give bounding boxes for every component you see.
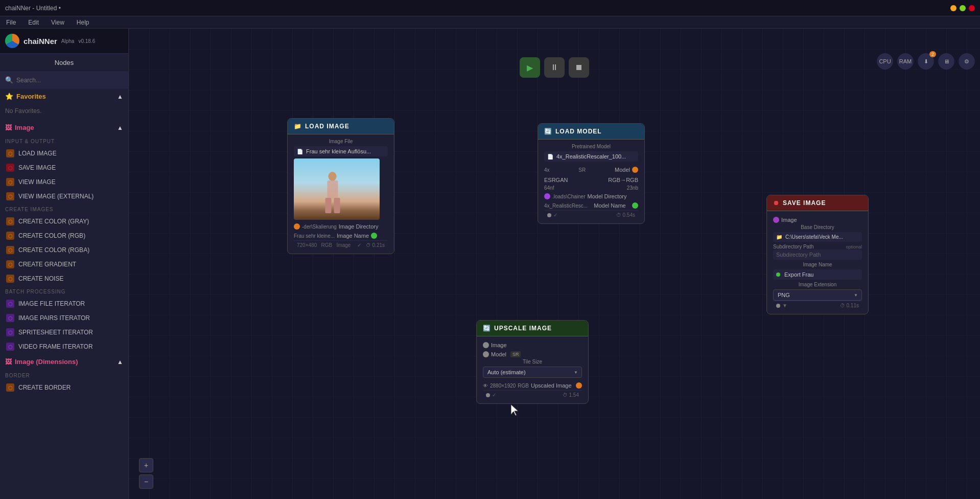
upscale-check: ✓ <box>492 392 496 398</box>
minimize-button[interactable] <box>950 5 956 11</box>
sidebar-item-view-image-external[interactable]: ⬡ VIEW IMAGE (EXTERNAL) <box>0 189 128 203</box>
bottom-controls: + − <box>139 458 153 489</box>
play-button[interactable]: ▶ <box>520 57 540 78</box>
model-dir-input-port[interactable] <box>544 193 550 199</box>
save-image-body: Image Base Directory 📁 C:\Users\stefa\Ve… <box>767 211 868 314</box>
save-image-node[interactable]: ⏺ SAVE IMAGE Image Base Directory 📁 C:\U… <box>766 195 869 314</box>
sidebar-item-save-image[interactable]: ⬡ SAVE IMAGE <box>0 161 128 175</box>
ram-icon: RAM <box>897 53 914 70</box>
upscale-model-input-row: Model SR <box>483 350 582 359</box>
window-title: chaiNNer - Untitled • <box>5 5 61 12</box>
image-dims-section-header[interactable]: 🖼 Image (Dimensions) ▲ <box>0 354 128 370</box>
model-check: ✓ <box>553 212 557 218</box>
window-controls[interactable] <box>950 5 975 11</box>
create-gradient-icon: ⬡ <box>6 260 14 268</box>
menu-file[interactable]: File <box>4 18 18 27</box>
upscale-model-input-port[interactable] <box>483 351 489 357</box>
model-output-port-row: Model <box>615 165 638 174</box>
sidebar-item-video-frame-iterator[interactable]: ⬡ VIDEO FRAME ITERATOR <box>0 339 128 354</box>
menu-view[interactable]: View <box>49 18 66 27</box>
image-name-row: Frau sehr kleine... Image Name <box>294 231 388 240</box>
close-button[interactable] <box>969 5 975 11</box>
title-bar: chaiNNer - Untitled • <box>0 0 980 16</box>
sidebar-item-create-color-rgb[interactable]: ⬡ CREATE COLOR (RGB) <box>0 229 128 243</box>
sidebar-item-load-image[interactable]: ⬡ LOAD IMAGE <box>0 146 128 161</box>
sidebar-item-view-image[interactable]: ⬡ VIEW IMAGE <box>0 175 128 189</box>
sidebar-item-create-gradient[interactable]: ⬡ CREATE GRADIENT <box>0 257 128 271</box>
cpu-monitor[interactable]: CPU <box>877 53 893 71</box>
image-extension-label: Image Extension <box>773 282 862 287</box>
upscale-image-input-port[interactable] <box>483 342 489 348</box>
upscale-image-node[interactable]: 🔄 UPSCALE IMAGE Image Model SR <box>476 320 589 404</box>
tile-size-select[interactable]: Auto (estimate) No Tiling 256 512 <box>483 367 582 378</box>
menu-edit[interactable]: Edit <box>26 18 41 27</box>
canvas-area[interactable]: ▶ ⏸ ⏹ CPU RAM ⬇ 2 🖥 <box>129 29 980 499</box>
image-dir-label: -der\Skalierung <box>302 224 337 230</box>
base-directory-field[interactable]: 📁 C:\Users\stefa\Veck Me... <box>773 232 862 242</box>
sidebar: chaiNNer Alpha v0.18.6 Nodes 🔍 ⭐ Favorit… <box>0 29 129 499</box>
model-file-field[interactable]: 📄 4x_RealisticRescaler_100... <box>544 151 638 162</box>
sidebar-item-create-color-gray[interactable]: ⬡ CREATE COLOR (GRAY) <box>0 214 128 229</box>
image-extension-select[interactable]: PNG JPG WEBP <box>773 289 862 301</box>
model-dir-prefix: .loads\Chainer <box>552 194 585 199</box>
type-sr-label: SR <box>578 167 586 173</box>
image-file-field[interactable]: 📄 Frau sehr kleine Auflösu... <box>294 146 388 156</box>
image-name-value: Frau sehr kleine... <box>294 233 335 239</box>
image-name-field[interactable]: Export Frau <box>773 269 862 280</box>
model-size: ⏱ 0.54s <box>616 212 635 218</box>
ram-monitor[interactable]: RAM <box>897 53 914 71</box>
zoom-out-button[interactable]: − <box>139 474 153 489</box>
image-dir-output-port[interactable] <box>294 223 300 230</box>
model-name-label: Model Name <box>594 202 625 209</box>
batch-processing-label: BATCH PROCESSING <box>0 286 128 297</box>
sidebar-item-create-border[interactable]: ⬡ CREATE BORDER <box>0 380 128 395</box>
save-dropdown-icon: ▼ <box>782 303 787 308</box>
svg-point-0 <box>328 172 336 181</box>
sidebar-item-create-noise[interactable]: ⬡ CREATE NOISE <box>0 271 128 286</box>
image-name-text: Image Name <box>337 233 369 239</box>
monitor-button[interactable]: 🖥 <box>938 53 954 71</box>
spritesheet-iterator-icon: ⬡ <box>6 328 14 336</box>
load-model-node[interactable]: 🔄 LOAD MODEL Pretrained Model 📄 4x_Reali… <box>538 123 645 224</box>
upscaled-resolution: 2880×1920 <box>490 383 516 389</box>
upscaled-image-output-port[interactable] <box>576 382 582 389</box>
maximize-button[interactable] <box>960 5 966 11</box>
save-image-header-icon: ⏺ <box>773 199 780 207</box>
search-box: 🔍 <box>0 72 128 88</box>
save-image-input-row: Image <box>773 215 862 224</box>
pause-button[interactable]: ⏸ <box>544 57 565 78</box>
sidebar-item-spritesheet-iterator[interactable]: ⬡ SPRITESHEET ITERATOR <box>0 325 128 339</box>
save-image-input-port[interactable] <box>773 217 779 223</box>
model-output-port[interactable] <box>632 167 638 173</box>
stop-button[interactable]: ⏹ <box>569 57 589 78</box>
load-image-stats: 720×480 RGB Image ✓ ⏱ 0.21s <box>294 240 388 250</box>
image-dims-section-title: 🖼 Image (Dimensions) <box>5 358 78 366</box>
view-image-external-icon: ⬡ <box>6 192 14 200</box>
nb-label: 23nb <box>627 185 638 191</box>
model-name-output-port[interactable] <box>632 202 638 209</box>
sidebar-item-image-file-iterator[interactable]: ⬡ IMAGE FILE ITERATOR <box>0 297 128 311</box>
zoom-in-button[interactable]: + <box>139 458 153 472</box>
load-image-node[interactable]: 📁 LOAD IMAGE Image File 📄 Frau sehr klei… <box>287 118 394 254</box>
menu-help[interactable]: Help <box>75 18 91 27</box>
image-section-collapse-icon: ▲ <box>117 124 123 131</box>
image-pairs-iterator-icon: ⬡ <box>6 314 14 322</box>
create-color-rgba-icon: ⬡ <box>6 246 14 254</box>
image-name-output-port[interactable] <box>371 233 377 239</box>
download-button[interactable]: ⬇ 2 <box>918 53 934 71</box>
image-dims-collapse-icon: ▲ <box>117 358 123 366</box>
sidebar-item-create-color-rgba[interactable]: ⬡ CREATE COLOR (RGBA) <box>0 243 128 257</box>
image-name-input-port[interactable] <box>776 273 780 277</box>
subdirectory-field[interactable]: Subdirectory Path <box>773 250 862 260</box>
image-dims-icon: 🖼 <box>5 358 12 366</box>
favorites-section-header[interactable]: ⭐ Favorites ▲ <box>0 88 128 104</box>
upscale-image-header: 🔄 UPSCALE IMAGE <box>477 321 588 336</box>
app-badge: Alpha <box>61 38 75 44</box>
search-input[interactable] <box>16 77 123 84</box>
upscale-image-icon: 🔄 <box>483 325 491 332</box>
image-section-header[interactable]: 🖼 Image ▲ <box>0 120 128 135</box>
upscale-model-tag: SR <box>510 351 521 357</box>
settings-button[interactable]: ⚙ <box>959 53 975 71</box>
upscale-image-input-row: Image <box>483 341 582 350</box>
sidebar-item-image-pairs-iterator[interactable]: ⬡ IMAGE PAIRS ITERATOR <box>0 311 128 325</box>
